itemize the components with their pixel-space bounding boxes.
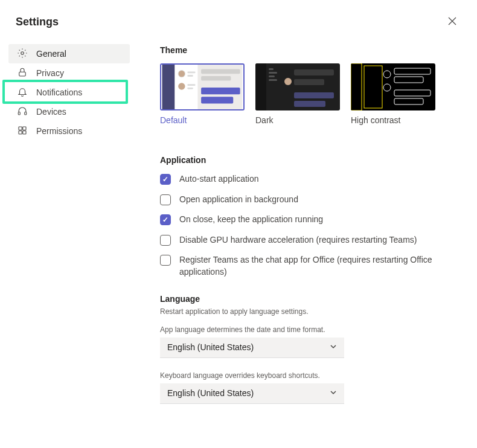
- svg-rect-7: [23, 130, 26, 133]
- application-section-title: Application: [160, 155, 459, 165]
- checkbox-autostart[interactable]: [160, 174, 171, 185]
- svg-rect-14: [187, 75, 193, 77]
- lock-icon: [17, 67, 28, 80]
- close-icon: [448, 17, 456, 25]
- theme-preview-dark: [255, 63, 340, 110]
- theme-label: Default: [160, 115, 245, 125]
- checkbox-label: On close, keep the application running: [179, 214, 323, 226]
- gear-icon: [17, 48, 28, 60]
- page-title: Settings: [16, 16, 59, 28]
- chevron-down-icon: [330, 388, 337, 398]
- svg-rect-26: [269, 75, 275, 77]
- svg-rect-2: [18, 112, 20, 115]
- svg-rect-19: [201, 76, 231, 81]
- svg-rect-21: [201, 97, 233, 103]
- sidebar-item-privacy[interactable]: Privacy: [8, 63, 130, 83]
- checkbox-label: Auto-start application: [179, 173, 259, 185]
- svg-rect-4: [19, 127, 22, 130]
- sidebar-item-label: General: [36, 49, 66, 59]
- bell-icon: [17, 86, 28, 99]
- checkbox-open-background[interactable]: [160, 194, 171, 205]
- checkbox-disable-gpu[interactable]: [160, 235, 171, 246]
- svg-rect-18: [201, 69, 240, 74]
- sidebar-item-label: Notifications: [36, 88, 82, 97]
- checkbox-register-office[interactable]: [160, 255, 171, 266]
- close-button[interactable]: [443, 14, 461, 30]
- theme-preview-high-contrast: [351, 63, 435, 110]
- headset-icon: [17, 106, 28, 118]
- theme-option-dark[interactable]: Dark: [255, 63, 340, 125]
- svg-point-0: [21, 51, 24, 54]
- theme-section-title: Theme: [160, 45, 459, 55]
- svg-rect-23: [255, 63, 266, 110]
- checkbox-label: Open application in background: [179, 194, 298, 206]
- svg-point-15: [178, 83, 185, 89]
- checkbox-keep-running[interactable]: [160, 214, 171, 225]
- svg-rect-31: [294, 92, 334, 98]
- theme-preview-default: [160, 63, 245, 110]
- checkbox-label: Register Teams as the chat app for Offic…: [179, 254, 459, 278]
- svg-rect-6: [19, 130, 22, 133]
- svg-rect-29: [294, 69, 334, 75]
- svg-rect-30: [294, 79, 324, 85]
- sidebar-item-devices[interactable]: Devices: [8, 102, 130, 121]
- svg-rect-27: [269, 79, 277, 81]
- chevron-down-icon: [330, 342, 337, 352]
- theme-option-high-contrast[interactable]: High contrast: [351, 63, 435, 125]
- svg-rect-17: [187, 88, 193, 89]
- svg-rect-9: [162, 65, 175, 109]
- language-section-title: Language: [160, 294, 459, 304]
- svg-rect-24: [269, 68, 274, 70]
- svg-rect-5: [23, 127, 26, 130]
- svg-rect-16: [187, 84, 195, 86]
- theme-label: Dark: [255, 115, 340, 125]
- sidebar-item-permissions[interactable]: Permissions: [8, 121, 130, 141]
- keyboard-language-select[interactable]: English (United States): [160, 383, 344, 404]
- theme-label: High contrast: [351, 115, 435, 125]
- app-language-hint: App language determines the date and tim…: [160, 325, 459, 334]
- svg-point-28: [284, 78, 292, 85]
- svg-rect-34: [351, 63, 362, 110]
- apps-icon: [17, 125, 28, 138]
- sidebar-item-label: Permissions: [36, 126, 82, 136]
- svg-rect-25: [269, 72, 277, 74]
- app-language-select[interactable]: English (United States): [160, 338, 344, 358]
- checkbox-label: Disable GPU hardware acceleration (requi…: [179, 234, 417, 246]
- svg-rect-10: [174, 65, 197, 109]
- svg-rect-3: [25, 112, 27, 115]
- sidebar-item-label: Devices: [36, 107, 66, 117]
- svg-rect-32: [294, 101, 325, 107]
- svg-rect-13: [187, 71, 195, 73]
- sidebar-item-notifications[interactable]: Notifications: [8, 83, 130, 102]
- theme-option-default[interactable]: Default: [160, 63, 245, 125]
- select-value: English (United States): [167, 388, 254, 398]
- keyboard-language-hint: Keyboard language overrides keyboard sho…: [160, 371, 459, 380]
- svg-rect-33: [351, 63, 435, 110]
- settings-sidebar: General Privacy Notifications Devices Pe…: [0, 40, 130, 417]
- svg-rect-20: [201, 88, 240, 94]
- sidebar-item-label: Privacy: [36, 68, 64, 78]
- svg-rect-1: [19, 72, 26, 76]
- select-value: English (United States): [167, 342, 254, 352]
- language-restart-hint: Restart application to apply language se…: [160, 307, 459, 316]
- sidebar-item-general[interactable]: General: [8, 44, 130, 63]
